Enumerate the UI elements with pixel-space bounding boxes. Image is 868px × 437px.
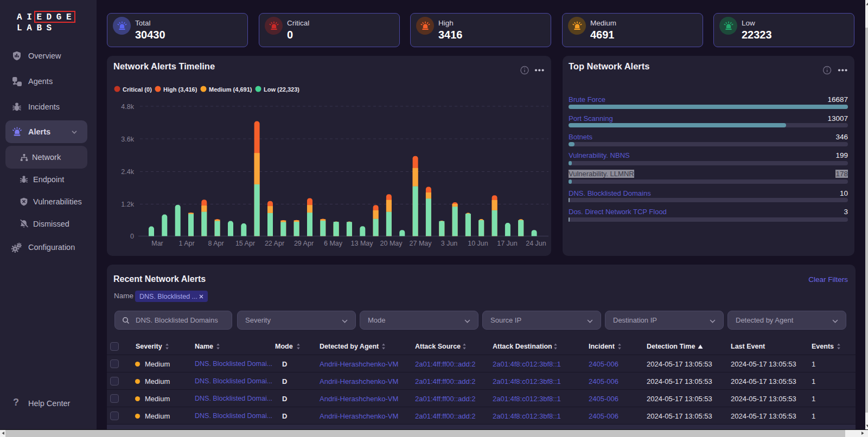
svg-text:8 Apr: 8 Apr xyxy=(208,240,224,247)
svg-text:1 Apr: 1 Apr xyxy=(178,240,194,247)
svg-text:4.8k: 4.8k xyxy=(121,103,134,111)
svg-text:29 Apr: 29 Apr xyxy=(294,240,314,247)
svg-text:3.6k: 3.6k xyxy=(121,136,134,143)
svg-text:10 Jun: 10 Jun xyxy=(468,240,488,247)
svg-text:Low (22,323): Low (22,323) xyxy=(264,86,299,93)
svg-text:0: 0 xyxy=(130,233,134,240)
svg-text:6 May: 6 May xyxy=(324,240,343,247)
svg-text:High (3,416): High (3,416) xyxy=(163,86,197,93)
svg-text:13 May: 13 May xyxy=(351,240,374,247)
svg-text:Critical (0): Critical (0) xyxy=(123,86,152,93)
svg-text:24 Jun: 24 Jun xyxy=(526,240,546,247)
svg-text:1.2k: 1.2k xyxy=(121,201,134,208)
svg-text:27 May: 27 May xyxy=(410,240,432,247)
svg-text:15 Apr: 15 Apr xyxy=(235,240,255,247)
svg-text:Medium (4,691): Medium (4,691) xyxy=(209,86,252,93)
svg-text:2.4k: 2.4k xyxy=(121,168,134,176)
svg-text:22 Apr: 22 Apr xyxy=(265,240,284,247)
svg-text:20 May: 20 May xyxy=(380,240,403,247)
svg-text:17 Jun: 17 Jun xyxy=(497,240,518,247)
svg-text:3 Jun: 3 Jun xyxy=(441,240,458,247)
svg-text:Mar: Mar xyxy=(151,240,163,247)
